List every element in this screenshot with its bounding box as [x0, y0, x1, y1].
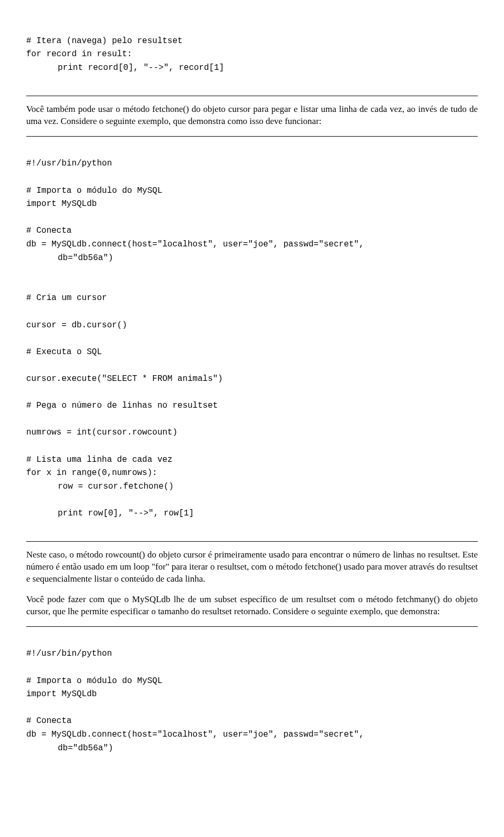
code-line: # Conecta	[26, 716, 71, 726]
code-line: numrows = int(cursor.rowcount)	[26, 428, 177, 437]
code-line: # Importa o módulo do MySQL	[26, 186, 162, 195]
code-block-2: #!/usr/bin/python # Importa o módulo do …	[26, 144, 478, 534]
code-line: # Importa o módulo do MySQL	[26, 676, 162, 686]
divider	[26, 626, 478, 627]
code-line: import MySQLdb	[26, 199, 97, 209]
code-line: db="db56a")	[26, 742, 478, 756]
code-line: import MySQLdb	[26, 689, 97, 699]
code-line: db="db56a")	[26, 252, 478, 265]
code-line: cursor.execute("SELECT * FROM animals")	[26, 374, 223, 384]
code-line: #!/usr/bin/python	[26, 159, 112, 168]
divider	[26, 96, 478, 96]
code-line: print record[0], "-->", record[1]	[26, 61, 478, 75]
code-line: row = cursor.fetchone()	[26, 480, 478, 494]
code-line: #!/usr/bin/python	[26, 649, 112, 658]
paragraph: Neste caso, o método rowcount() do objet…	[26, 549, 478, 585]
code-line: # Cria um cursor	[26, 293, 107, 303]
code-block-3: #!/usr/bin/python # Importa o módulo do …	[26, 634, 478, 769]
code-line: db = MySQLdb.connect(host="localhost", u…	[26, 240, 364, 249]
code-line: # Itera (navega) pelo resultset	[26, 36, 183, 46]
paragraph: Você pode fazer com que o MySQLdb lhe de…	[26, 594, 478, 618]
code-line: # Pega o número de linhas no resultset	[26, 401, 218, 410]
code-line: # Lista uma linha de cada vez	[26, 455, 172, 464]
code-block-1: # Itera (navega) pelo resultset for reco…	[26, 21, 478, 88]
divider	[26, 541, 478, 542]
paragraph: Você também pode usar o método fetchone(…	[26, 104, 478, 128]
divider	[26, 136, 478, 137]
code-line: # Conecta	[26, 226, 71, 235]
code-line: # Executa o SQL	[26, 347, 102, 357]
code-line: for record in result:	[26, 49, 132, 59]
code-line: cursor = db.cursor()	[26, 321, 127, 330]
code-line: db = MySQLdb.connect(host="localhost", u…	[26, 730, 364, 739]
code-line: for x in range(0,numrows):	[26, 468, 158, 478]
code-line: print row[0], "-->", row[1]	[26, 507, 478, 521]
